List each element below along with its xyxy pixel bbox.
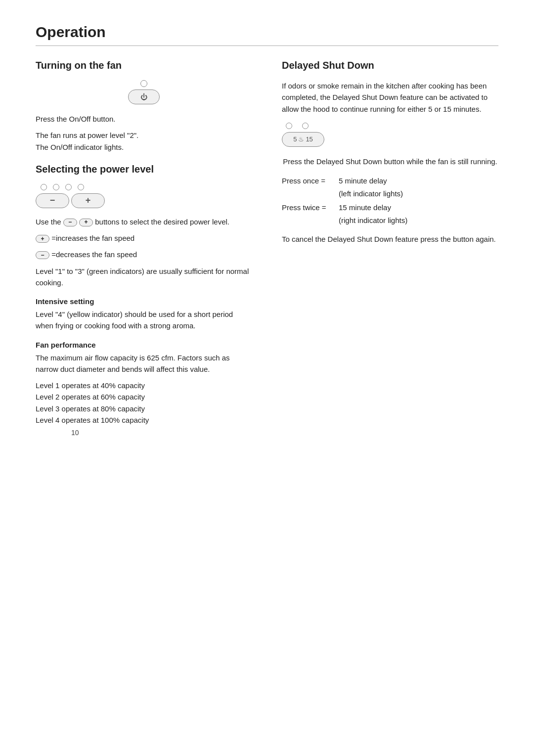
inline-minus-button: −	[63, 219, 77, 226]
power-level-desc1: Use the − + buttons to select the desire…	[36, 216, 252, 227]
delayed-indicators-row	[286, 123, 309, 129]
intensive-setting-title: Intensive setting	[36, 297, 252, 306]
plus-description: + =increases the fan speed	[36, 232, 252, 244]
delayed-indicator-right	[302, 123, 309, 129]
fan-performance-title: Fan performance	[36, 341, 252, 349]
turning-on-fan-title: Turning on the fan	[36, 60, 252, 71]
indicator-dot-2	[53, 184, 59, 190]
right-column: Delayed Shut Down If odors or smoke rema…	[282, 60, 498, 250]
delayed-5-label: 5	[293, 135, 297, 143]
press-twice-row: Press twice = 15 minute delay	[282, 202, 498, 214]
power-level-diagram: − +	[36, 184, 252, 208]
turning-on-desc1: Press the On/Off button.	[36, 113, 252, 125]
press-once-label: Press once =	[282, 175, 339, 187]
power-level-title: Selecting the power level	[36, 164, 252, 175]
inline-minus-icon: −	[36, 251, 49, 259]
delayed-button-diagram: 5 ♨ 15	[282, 123, 498, 147]
left-column: Turning on the fan ⏻ Press the On/Off bu…	[36, 60, 252, 431]
minus-button-illustration: −	[36, 193, 69, 208]
page-number: 10	[71, 429, 79, 437]
section-divider	[36, 45, 498, 46]
fan-performance-desc2: Level 1 operates at 40% capacityLevel 2 …	[36, 380, 252, 426]
delayed-instruction: Press the Delayed Shut Down button while…	[282, 156, 498, 167]
power-level-desc2: Level "1" to "3" (green indicators) are …	[36, 266, 252, 289]
minus-label: =decreases the fan speed	[51, 250, 137, 259]
inline-plus-button: +	[79, 219, 93, 226]
onoff-icon: ⏻	[140, 93, 147, 101]
delayed-shut-down-title: Delayed Shut Down	[282, 60, 498, 71]
power-indicators-row	[41, 184, 84, 190]
delayed-icon: ♨	[298, 135, 304, 143]
section-intensive-setting: Intensive setting Level "4" (yellow indi…	[36, 297, 252, 332]
section-turning-on-fan: Turning on the fan ⏻ Press the On/Off bu…	[36, 60, 252, 153]
delayed-intro: If odors or smoke remain in the kitchen …	[282, 80, 498, 115]
plus-button-illustration: +	[71, 193, 105, 208]
delayed-cancel-text: To cancel the Delayed Shut Down feature …	[282, 233, 498, 245]
onoff-button-illustration: ⏻	[128, 89, 160, 104]
intensive-setting-desc: Level "4" (yellow indicator) should be u…	[36, 309, 252, 332]
press-twice-label: Press twice =	[282, 202, 339, 214]
minus-icon: −	[50, 195, 55, 206]
page-title: Operation	[36, 24, 498, 41]
turning-on-desc2: The fan runs at power level "2".The On/O…	[36, 130, 252, 153]
section-delayed-shut-down: Delayed Shut Down If odors or smoke rema…	[282, 60, 498, 245]
onoff-indicator-dot	[140, 80, 147, 87]
press-info-table: Press once = 5 minute delay (left indica…	[282, 175, 498, 226]
press-once-value: 5 minute delay	[339, 175, 387, 187]
press-once-row: Press once = 5 minute delay	[282, 175, 498, 187]
main-content: Turning on the fan ⏻ Press the On/Off bu…	[36, 60, 498, 431]
onoff-button-diagram: ⏻	[36, 80, 252, 104]
inline-plus-icon: +	[36, 235, 49, 243]
section-power-level: Selecting the power level − +	[36, 164, 252, 288]
minus-description: − =decreases the fan speed	[36, 249, 252, 260]
press-twice-value: 15 minute delay	[339, 202, 391, 214]
fan-performance-desc1: The maximum air flow capacity is 625 cfm…	[36, 352, 252, 375]
plus-label: =increases the fan speed	[51, 234, 134, 242]
power-buttons-row: − +	[36, 193, 105, 208]
press-once-sub: (left indicator lights)	[339, 188, 498, 200]
indicator-dot-3	[65, 184, 72, 190]
delayed-button-illustration: 5 ♨ 15	[282, 132, 324, 147]
indicator-dot-1	[41, 184, 47, 190]
delayed-15-label: 15	[306, 135, 312, 143]
plus-icon: +	[86, 195, 91, 206]
delayed-indicator-left	[286, 123, 292, 129]
press-twice-sub: (right indicator lights)	[339, 215, 498, 226]
indicator-dot-4	[78, 184, 84, 190]
section-fan-performance: Fan performance The maximum air flow cap…	[36, 341, 252, 426]
